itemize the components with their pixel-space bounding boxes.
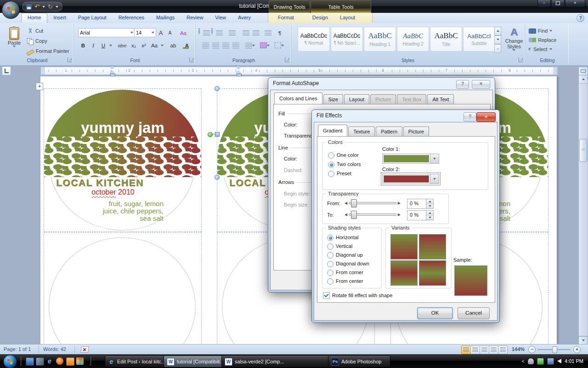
from-spin-down-icon[interactable] — [426, 204, 433, 209]
subscript-button[interactable]: x₂ — [129, 40, 139, 50]
fill-effects-tab-gradient[interactable]: Gradient — [318, 125, 347, 136]
grow-font-button[interactable]: A — [156, 28, 165, 38]
taskbar-button-salsa-verde[interactable]: W salsa-verde2 [Comp... — [221, 356, 333, 368]
clock[interactable]: 4:01 PM — [565, 358, 583, 364]
cancel-button[interactable]: Cancel — [458, 307, 490, 319]
style-heading1[interactable]: AaBbC Heading 1 — [364, 27, 396, 52]
taskbar-button-edit-post[interactable]: e Edit Post ‹ local kitc... — [105, 356, 168, 368]
highlight-button[interactable]: ab — [167, 40, 179, 50]
strikethrough-button[interactable]: abe — [116, 40, 129, 50]
font-color-button[interactable]: A — [181, 40, 193, 50]
ruler-toggle-button[interactable] — [578, 67, 588, 75]
shading-from-corner-label[interactable]: From corner — [336, 270, 363, 275]
tab-view[interactable]: View — [209, 13, 232, 23]
hanging-indent-marker[interactable] — [110, 71, 115, 76]
shape-resize-handle-middle-left[interactable] — [215, 132, 220, 137]
styles-scroll-up-icon[interactable] — [494, 27, 501, 35]
justify-button[interactable] — [231, 40, 241, 50]
scrollbar-thumb[interactable] — [579, 139, 587, 162]
shading-horizontal-label[interactable]: Horizontal — [336, 235, 359, 240]
borders-button[interactable] — [273, 40, 286, 50]
to-slider[interactable]: ◀ ▶ — [345, 211, 401, 218]
from-spin-up-icon[interactable] — [426, 199, 433, 204]
tab-stop-selector[interactable] — [2, 66, 11, 75]
fill-effects-close-button[interactable]: × — [476, 112, 496, 122]
quick-launch-switch-windows-icon[interactable] — [36, 357, 44, 366]
font-dialog-launcher-icon[interactable] — [189, 58, 194, 62]
superscript-button[interactable]: x² — [139, 40, 149, 50]
autoshape-tab-layout[interactable]: Layout — [344, 94, 369, 104]
line-spacing-button[interactable] — [243, 40, 256, 50]
align-right-button[interactable] — [220, 40, 231, 50]
preset-radio[interactable] — [328, 171, 334, 177]
view-web-layout-button[interactable] — [480, 345, 489, 354]
shading-diagonal-up-label[interactable]: Diagonal up — [336, 252, 363, 258]
change-case-dropdown-icon[interactable] — [159, 40, 165, 50]
restore-button[interactable] — [551, 0, 565, 7]
shading-diagonal-down-label[interactable]: Diagonal down — [336, 261, 369, 266]
bold-button[interactable]: B — [78, 40, 88, 50]
select-button[interactable]: Select — [529, 45, 552, 53]
rotate-fill-label[interactable]: Rotate fill effect with shape — [332, 293, 392, 298]
numbering-button[interactable] — [213, 28, 225, 38]
color1-dropdown-icon[interactable] — [430, 154, 439, 163]
increase-indent-button[interactable] — [251, 28, 261, 38]
label-cell-4[interactable] — [44, 232, 202, 344]
ok-button[interactable]: OK — [417, 307, 453, 319]
autoshape-close-button[interactable]: × — [472, 80, 490, 89]
start-button[interactable] — [3, 355, 17, 368]
quick-launch-show-desktop-icon[interactable] — [26, 357, 34, 366]
bullets-button[interactable] — [200, 28, 212, 38]
copy-button[interactable]: Copy — [27, 37, 47, 45]
color2-dropdown-icon[interactable] — [430, 174, 439, 184]
styles-dialog-launcher-icon[interactable] — [519, 58, 523, 62]
shading-from-center-label[interactable]: From center — [336, 278, 363, 284]
minimize-button[interactable]: – — [537, 0, 551, 7]
shading-vertical-radio[interactable] — [327, 243, 334, 250]
shading-diagonal-down-radio[interactable] — [327, 261, 334, 267]
style-no-spacing[interactable]: AaBbCcDc ¶ No Spaci... — [331, 27, 363, 52]
clipboard-dialog-launcher-icon[interactable] — [68, 58, 72, 62]
preset-label[interactable]: Preset — [337, 171, 351, 176]
cut-button[interactable]: Cut — [27, 27, 43, 35]
paste-button[interactable]: Paste — [5, 26, 24, 56]
align-left-button[interactable] — [200, 40, 210, 50]
view-outline-button[interactable] — [489, 345, 498, 354]
underline-button[interactable]: U — [98, 40, 108, 50]
fill-effects-tab-pattern[interactable]: Pattern — [376, 126, 402, 136]
shading-from-corner-radio[interactable] — [327, 270, 334, 276]
from-spinner[interactable]: 0 % — [407, 199, 434, 209]
to-spinner[interactable]: 0 % — [407, 210, 434, 220]
styles-more-icon[interactable] — [494, 44, 501, 53]
sort-button[interactable] — [263, 28, 273, 38]
to-spin-down-icon[interactable] — [426, 216, 433, 220]
zoom-out-icon[interactable]: − — [528, 346, 536, 353]
help-icon[interactable]: ? — [577, 14, 584, 22]
change-styles-button[interactable]: A Change Styles — [503, 26, 525, 58]
shape-resize-handle-bottom-left[interactable] — [215, 175, 220, 180]
tray-volume-icon[interactable] — [557, 359, 561, 363]
font-size-combobox[interactable]: 14 — [134, 28, 156, 37]
tray-chevron-icon[interactable]: < — [522, 358, 525, 364]
color1-dropdown[interactable] — [382, 154, 439, 164]
tab-insert[interactable]: Insert — [47, 13, 72, 23]
view-draft-button[interactable] — [498, 345, 508, 354]
shading-vertical-label[interactable]: Vertical — [336, 243, 352, 249]
zoom-in-icon[interactable]: + — [573, 346, 581, 353]
proofing-errors-icon[interactable] — [80, 346, 89, 353]
font-family-combobox[interactable]: Arial — [78, 28, 135, 37]
autoshape-help-button[interactable]: ? — [456, 80, 469, 89]
scrollbar-track[interactable] — [578, 83, 588, 336]
show-hide-paragraph-button[interactable]: ¶ — [275, 28, 285, 38]
italic-button[interactable]: I — [88, 40, 98, 50]
shading-diagonal-up-radio[interactable] — [327, 252, 334, 259]
one-color-radio[interactable] — [328, 152, 334, 159]
fill-effects-tab-picture[interactable]: Picture — [403, 126, 429, 136]
replace-button[interactable]: Replace — [529, 36, 556, 44]
shading-from-center-radio[interactable] — [327, 278, 334, 285]
zoom-slider-thumb[interactable] — [552, 346, 557, 353]
variant-swatch-3[interactable] — [390, 260, 418, 286]
style-title[interactable]: AaBbC Title — [430, 27, 462, 52]
shrink-font-button[interactable]: A — [165, 28, 175, 38]
from-slider[interactable]: ◀ ▶ — [345, 199, 401, 207]
